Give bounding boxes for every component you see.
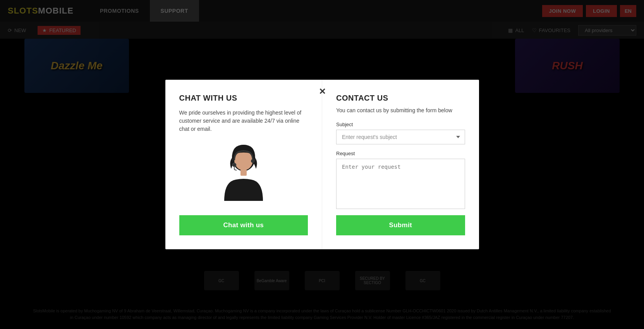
chat-panel-description: We pride ourselves in providing the high… xyxy=(179,109,308,133)
request-textarea[interactable] xyxy=(336,159,465,209)
request-label: Request xyxy=(336,151,465,156)
chat-with-us-button[interactable]: Chat with us xyxy=(179,215,308,235)
agent-illustration xyxy=(213,141,275,203)
agent-svg xyxy=(216,141,271,203)
modal-close-button[interactable]: ✕ xyxy=(319,87,326,97)
modal-contact-panel: CONTACT US You can contact us by submitt… xyxy=(322,80,479,249)
contact-panel-title: CONTACT US xyxy=(336,94,465,103)
subject-select[interactable]: Enter request's subject xyxy=(336,130,465,144)
svg-rect-1 xyxy=(240,170,247,176)
submit-button[interactable]: Submit xyxy=(336,215,465,235)
modal-chat-panel: CHAT WITH US We pride ourselves in provi… xyxy=(165,80,323,249)
subject-label: Subject xyxy=(336,122,465,127)
chat-panel-title: CHAT WITH US xyxy=(179,94,237,103)
modal-overlay: ✕ CHAT WITH US We pride ourselves in pro… xyxy=(0,0,644,329)
svg-point-4 xyxy=(251,159,255,163)
support-modal: ✕ CHAT WITH US We pride ourselves in pro… xyxy=(165,80,479,249)
svg-point-3 xyxy=(232,163,236,167)
contact-panel-description: You can contact us by submitting the for… xyxy=(336,106,465,115)
